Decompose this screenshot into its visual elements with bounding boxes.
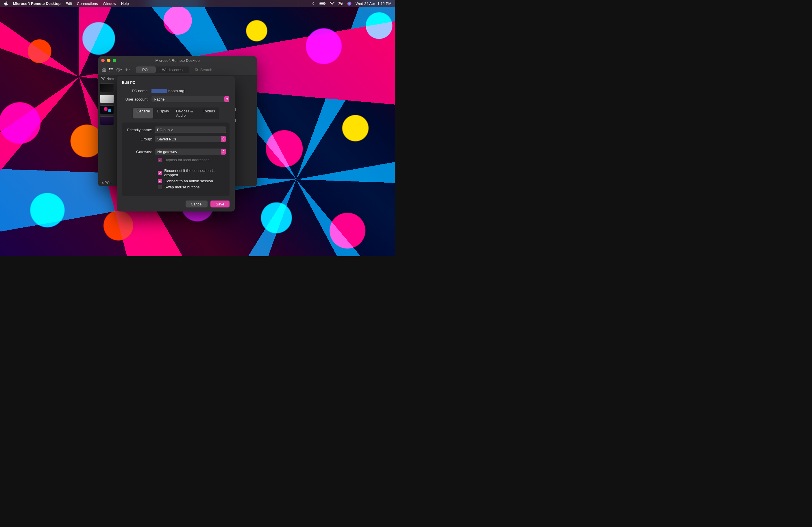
menu-help[interactable]: Help <box>121 1 129 6</box>
svg-rect-13 <box>111 68 113 69</box>
minimize-window-button[interactable] <box>107 59 111 62</box>
svg-point-6 <box>341 4 342 5</box>
titlebar: Microsoft Remote Desktop <box>98 56 257 64</box>
sheet-title: Edit PC <box>122 80 230 85</box>
label-gateway: Gateway: <box>126 150 155 154</box>
pc-thumbnail <box>100 94 114 103</box>
svg-rect-15 <box>111 70 113 70</box>
tab-folders[interactable]: Folders <box>199 108 219 118</box>
pc-count: 4 PCs <box>102 181 111 185</box>
svg-point-14 <box>109 69 110 70</box>
svg-rect-10 <box>102 70 103 72</box>
svg-rect-8 <box>102 68 103 69</box>
reconnect-checkbox-row[interactable]: Reconnect if the connection is dropped <box>126 169 226 177</box>
svg-rect-1 <box>319 3 324 5</box>
cancel-button[interactable]: Cancel <box>186 201 207 207</box>
control-center-icon[interactable] <box>338 2 343 5</box>
pc-name-value: .hopto.org <box>168 89 185 93</box>
label-user-account: User account: <box>122 97 151 101</box>
svg-point-5 <box>339 2 340 3</box>
group-select[interactable]: Saved PCs <box>155 136 226 142</box>
add-button-icon[interactable] <box>125 68 131 72</box>
menu-connections[interactable]: Connections <box>77 1 98 6</box>
filter-dropdown-icon[interactable] <box>116 68 122 72</box>
list-view-icon[interactable] <box>109 68 113 72</box>
admin-checkbox-row[interactable]: Connect to an admin session <box>126 179 226 183</box>
gateway-value: No gateway <box>157 150 177 154</box>
bypass-checkbox-row: Bypass for local addresses <box>126 158 226 162</box>
pc-thumbnail <box>100 105 114 114</box>
user-account-select[interactable]: Rachel <box>151 96 230 102</box>
wifi-icon[interactable] <box>330 2 334 5</box>
menu-window[interactable]: Window <box>103 1 116 6</box>
bypass-checkbox <box>158 158 162 162</box>
label-friendly-name: Friendly name: <box>126 128 155 132</box>
search-icon <box>195 68 199 72</box>
window-title: Microsoft Remote Desktop <box>155 58 200 63</box>
reconnect-label: Reconnect if the connection is dropped <box>164 169 226 177</box>
label-group: Group: <box>126 137 155 141</box>
save-button[interactable]: Save <box>211 201 230 207</box>
general-pane: Friendly name: Group: Saved PCs Gateway: <box>122 122 230 196</box>
chevron-updown-icon <box>224 96 229 102</box>
menubar-date[interactable]: Wed 24 Apr <box>356 1 375 6</box>
svg-point-19 <box>195 69 198 71</box>
chevron-updown-icon <box>221 149 226 155</box>
svg-point-12 <box>109 68 110 69</box>
chevron-left-icon[interactable] <box>312 2 315 5</box>
tab-workspaces[interactable]: Workspaces <box>156 67 189 73</box>
swap-label: Swap mouse buttons <box>164 185 200 189</box>
sheet-tabs: General Display Devices & Audio Folders <box>132 107 219 119</box>
zoom-window-button[interactable] <box>113 59 116 62</box>
menubar-time[interactable]: 1:12 PM <box>378 1 391 6</box>
grid-view-icon[interactable] <box>102 68 106 72</box>
menubar-app-name[interactable]: Microsoft Remote Desktop <box>13 1 61 6</box>
reconnect-checkbox[interactable] <box>158 171 162 175</box>
tab-display[interactable]: Display <box>153 108 173 118</box>
user-account-value: Rachel <box>154 97 165 101</box>
menu-edit[interactable]: Edit <box>66 1 72 6</box>
battery-icon[interactable] <box>319 2 326 5</box>
close-window-button[interactable] <box>101 59 105 62</box>
admin-checkbox[interactable] <box>158 179 162 183</box>
view-segmented-control: PCs Workspaces <box>136 67 189 73</box>
gateway-select[interactable]: No gateway <box>155 148 226 155</box>
apple-menu-icon[interactable] <box>4 1 8 5</box>
search-input[interactable] <box>200 68 220 72</box>
edit-pc-sheet: Edit PC PC name: .hopto.org User account… <box>117 76 235 211</box>
search-field[interactable] <box>195 68 220 72</box>
svg-point-16 <box>109 71 110 71</box>
toolbar: PCs Workspaces <box>98 64 257 75</box>
column-pc-name[interactable]: PC Name <box>98 77 118 81</box>
swap-checkbox[interactable] <box>158 185 162 189</box>
svg-rect-11 <box>104 70 106 72</box>
svg-point-7 <box>347 1 351 5</box>
friendly-name-input[interactable] <box>155 127 226 133</box>
pc-thumbnail <box>100 84 114 92</box>
tab-devices-audio[interactable]: Devices & Audio <box>173 108 199 118</box>
pc-thumbnail <box>100 116 114 125</box>
tab-pcs[interactable]: PCs <box>136 67 156 73</box>
group-value: Saved PCs <box>157 137 176 141</box>
siri-icon[interactable] <box>347 1 351 6</box>
svg-rect-9 <box>104 68 106 69</box>
menubar: Microsoft Remote Desktop Edit Connection… <box>0 0 395 7</box>
tab-general[interactable]: General <box>133 108 153 118</box>
pc-name-input[interactable]: .hopto.org <box>151 89 230 93</box>
svg-rect-2 <box>325 3 325 4</box>
chevron-updown-icon <box>221 136 226 142</box>
label-pc-name: PC name: <box>122 89 151 93</box>
admin-label: Connect to an admin session <box>164 179 213 183</box>
button-row: Cancel Save <box>122 197 230 207</box>
swap-checkbox-row[interactable]: Swap mouse buttons <box>126 185 226 189</box>
bypass-label: Bypass for local addresses <box>164 158 209 162</box>
